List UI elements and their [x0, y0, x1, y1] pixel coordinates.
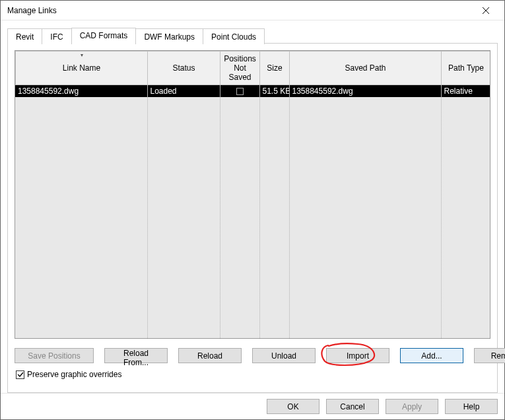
tab-dwf-markups[interactable]: DWF Markups: [135, 28, 203, 44]
grid-header: ▾ Link Name Status Positions Not Saved S…: [15, 51, 490, 85]
col-link-name[interactable]: ▾ Link Name: [16, 52, 148, 85]
tab-ifc[interactable]: IFC: [42, 28, 71, 44]
cell-positions-not-saved: [220, 85, 259, 97]
reload-from-button[interactable]: Reload From...: [104, 348, 168, 363]
preserve-overrides-row: Preserve graphic overrides: [15, 367, 490, 386]
checkmark-icon: [17, 371, 24, 378]
tab-panel-cad: ▾ Link Name Status Positions Not Saved S…: [7, 43, 498, 393]
links-grid: ▾ Link Name Status Positions Not Saved S…: [15, 50, 490, 339]
table-row[interactable]: 1358845592.dwg Loaded 51.5 KB 1358845592…: [15, 85, 490, 97]
unload-button[interactable]: Unload: [252, 348, 316, 363]
col-size[interactable]: Size: [260, 52, 290, 85]
col-status[interactable]: Status: [148, 52, 220, 85]
cell-link-name: 1358845592.dwg: [15, 85, 147, 97]
cell-saved-path: 1358845592.dwg: [289, 85, 441, 97]
window-title: Manage Links: [7, 6, 473, 15]
tab-revit[interactable]: Revit: [7, 28, 42, 44]
tabs: Revit IFC CAD Formats DWF Markups Point …: [7, 27, 498, 43]
import-button[interactable]: Import: [326, 348, 389, 363]
col-positions-not-saved[interactable]: Positions Not Saved: [220, 52, 260, 85]
cell-status: Loaded: [147, 85, 220, 97]
col-saved-path[interactable]: Saved Path: [290, 52, 442, 85]
dialog-footer: OK Cancel Apply Help: [1, 393, 504, 419]
cancel-button[interactable]: Cancel: [326, 399, 379, 414]
titlebar: Manage Links: [1, 1, 504, 20]
action-button-row: Save Positions Reload From... Reload Unl…: [15, 339, 490, 367]
close-icon: [483, 7, 489, 14]
save-positions-button[interactable]: Save Positions: [15, 348, 94, 363]
grid-body[interactable]: 1358845592.dwg Loaded 51.5 KB 1358845592…: [15, 85, 490, 338]
reload-button[interactable]: Reload: [178, 348, 242, 363]
col-link-name-label: Link Name: [63, 63, 100, 73]
preserve-overrides-label: Preserve graphic overrides: [27, 370, 121, 379]
tab-point-clouds[interactable]: Point Clouds: [203, 28, 265, 44]
checkbox-icon: [236, 88, 244, 95]
help-button[interactable]: Help: [445, 399, 498, 414]
remove-button[interactable]: Remove: [474, 348, 505, 363]
ok-button[interactable]: OK: [267, 399, 320, 414]
tab-cad-formats[interactable]: CAD Formats: [71, 28, 137, 44]
cell-path-type: Relative: [441, 85, 490, 97]
sort-indicator-icon: ▾: [81, 52, 83, 58]
close-button[interactable]: [473, 1, 499, 20]
add-button[interactable]: Add...: [400, 348, 463, 363]
manage-links-dialog: Manage Links Revit IFC CAD Formats DWF M…: [0, 0, 505, 420]
apply-button[interactable]: Apply: [386, 399, 438, 414]
preserve-overrides-checkbox[interactable]: [16, 370, 24, 379]
cell-size: 51.5 KB: [259, 85, 289, 97]
col-path-type[interactable]: Path Type: [442, 52, 491, 85]
